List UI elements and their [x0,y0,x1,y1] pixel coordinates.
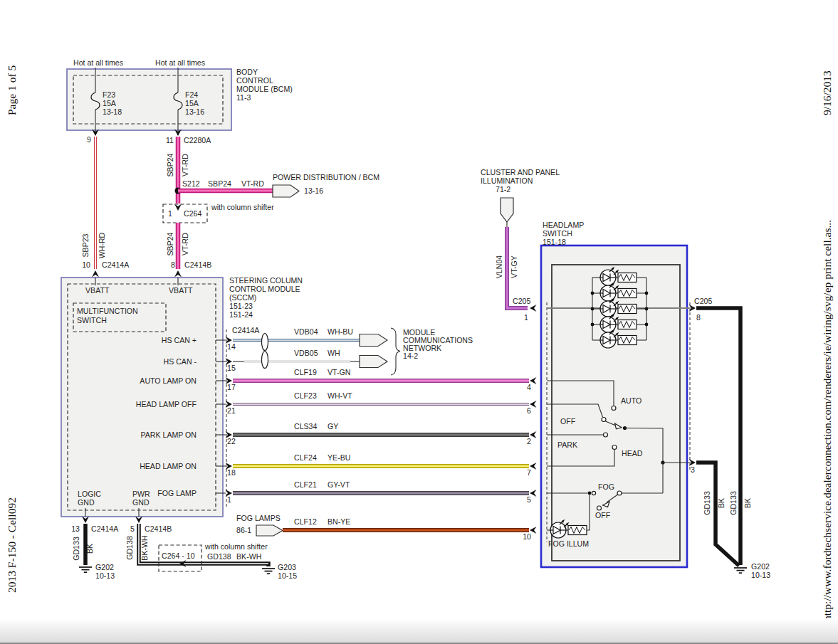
pin-2: 2 [527,437,531,445]
pin-13: 13 [71,524,80,533]
headlamp-switch: HEADLAMP SWITCH 151-18 AUTO OFF PARK HEA… [541,221,770,579]
gd133-right-color-2: BK [743,498,752,508]
page-number: Page 1 of 5 [6,65,18,115]
switch-grounds: C205 8 3 GD133 BK GD133 BK G202 10-13 [689,297,771,579]
pin-4: 4 [527,383,531,391]
pin-7: 7 [527,468,531,477]
vln04-color: VT-GY [510,255,518,278]
c205-pin-1: 1 [524,313,528,322]
print-date: 9/16/2013 [821,70,833,115]
g202-right-page: 10-13 [751,571,770,579]
sbp24-upper-color: VT-RD [181,154,189,176]
bcm-module: Hot at all times Hot at all times F23 15… [67,58,293,144]
pin-10: 10 [82,260,90,269]
pwr-gnd-2: GND [132,498,150,507]
signal-hs-can-minus: HS CAN - [164,357,197,366]
position-fog: FOG [598,482,614,491]
vdb04-color: WH-BU [328,327,353,336]
g202-name: G202 [95,563,114,571]
source-url: http://www.fordtechservice.dealerconnect… [821,220,833,621]
pin-1: 1 [227,495,231,504]
connector-c2414a: C2414A [102,260,130,269]
ground-symbol-g203 [262,569,275,574]
offpage-arrow-network-2 [360,356,387,368]
clf23-color: WH-VT [328,391,352,400]
document-title: 2013 F-150 - Cell092 [6,497,18,593]
switch-title-2: SWITCH [543,229,572,238]
fuse-f23-page: 13-18 [103,107,122,116]
powerdist-page: 13-16 [304,186,323,195]
pin-8: 8 [171,260,175,269]
splice-s212: S212 [182,179,200,188]
gd138-circuit: GD138 [125,536,134,560]
clf19-circuit: CLF19 [294,368,317,376]
vdb04-circuit: VDB04 [294,327,318,336]
connector-c2414b-bottom: C2414B [145,524,172,533]
signal-auto-lamp-on: AUTO LAMP ON [140,376,197,385]
fog-lamps-ref-title: FOG LAMPS [236,514,281,522]
gd138-color-2: BK-WH [236,552,261,561]
fog-lamps-ref-page: 86-1 [236,526,251,534]
position-off: OFF [560,417,576,426]
signal-wires: MODULE COMMUNICATIONS NETWORK 14-2 VDB04… [226,327,537,541]
bcm-pin-9: 9 [87,135,91,144]
connector-c264: C264 [184,209,201,218]
signal-hs-can-plus: HS CAN + [162,336,197,344]
powerdist-wire-circuit: SBP24 [208,179,231,188]
position-fog-off: OFF [595,511,611,519]
vdb05-circuit: VDB05 [294,349,318,357]
clf24-circuit: CLF24 [294,453,317,462]
clf12-circuit: CLF12 [294,517,317,526]
connector-c205-left: C205 [513,297,530,305]
sccm-module: VBATT VBATT MULTIFUNCTION SWITCH STEERIN… [61,276,303,517]
sbp24-lower-circuit: SBP24 [166,232,174,255]
position-park: PARK [557,440,577,449]
wiring-diagram-page: Page 1 of 5 2013 F-150 - Cell092 http://… [0,0,838,644]
signal-head-lamp-on: HEAD LAMP ON [140,462,197,470]
offpage-arrow-fog-lamps [256,525,283,536]
bcm-box [67,69,231,130]
connector-c205-right: C205 [694,297,712,305]
hot-label-left: Hot at all times [73,58,123,67]
fuse-f24-amp: 15A [185,99,199,107]
connector-c2414b: C2414B [184,260,211,269]
connector-c2414a-mid: C2414A [232,326,260,334]
powerdist-wire-color: VT-RD [241,179,264,188]
clf23-circuit: CLF23 [294,391,317,400]
position-auto: AUTO [621,396,641,405]
brace [391,328,400,375]
g202-page: 10-13 [95,571,115,580]
c264-note: with column shifter [211,203,274,211]
vbatt-right: VBATT [169,286,193,295]
pin-5-bottom: 5 [130,524,135,533]
gd133-circuit: GD133 [72,537,80,561]
bcm-pin-11: 11 [166,136,174,144]
logic-gnd-2: GND [78,498,95,507]
clf21-color: GY-VT [328,480,350,489]
cls34-color: GY [328,422,338,431]
pin-17: 17 [227,383,236,391]
vbatt-left: VBATT [85,286,110,295]
pin-15: 15 [227,364,236,372]
sccm-title-5: 151-24 [229,310,253,319]
g202-right-name: G202 [751,562,770,571]
switch-title-3: 151-18 [543,238,566,246]
multifunction-2: SWITCH [77,316,107,324]
cls34-circuit: CLS34 [294,422,317,431]
sccm-title-1: STEERING COLUMN [229,276,303,285]
vdb05-color: WH [328,349,340,357]
twisted-pair-symbol [262,334,268,369]
gd133-right-circuit-2: GD133 [729,491,738,515]
bcm-title-3: MODULE (BCM) [236,85,293,93]
clf21-circuit: CLF21 [294,480,317,489]
bcm-title-4: 11-3 [236,93,251,102]
g203-name: G203 [278,563,296,571]
signal-fog-lamp: FOG LAMP [157,489,197,497]
fuse-f24-name: F24 [185,90,198,99]
c205-pin-8: 8 [696,313,701,322]
switch-pin-3: 3 [691,465,695,474]
clf24-color: YE-BU [328,453,350,462]
pin-10-right: 10 [523,532,531,541]
pin-21: 21 [227,406,236,415]
offpage-arrow-network-1 [360,334,387,347]
